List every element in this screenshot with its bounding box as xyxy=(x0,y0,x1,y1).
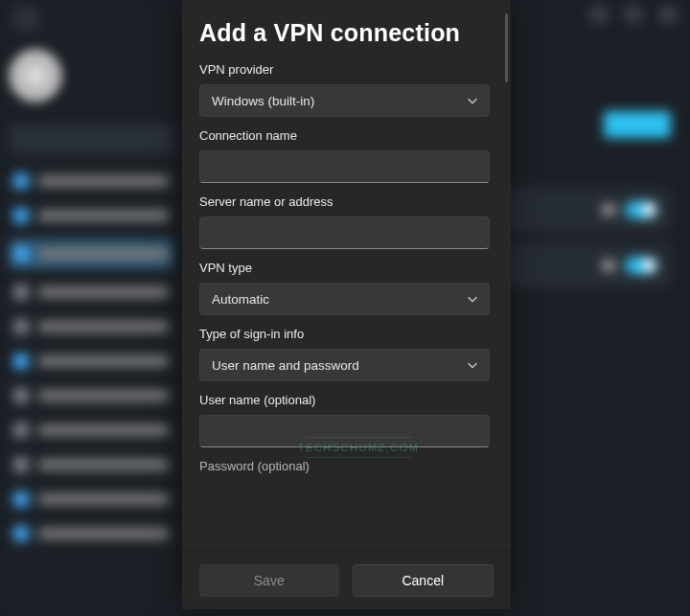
scrollbar-thumb[interactable] xyxy=(505,13,508,82)
label-vpn-provider: VPN provider xyxy=(199,62,490,77)
vpn-type-select[interactable]: Automatic xyxy=(199,283,490,315)
chevron-down-icon xyxy=(466,292,479,306)
server-input[interactable] xyxy=(199,217,490,249)
add-vpn-dialog: Add a VPN connection VPN provider Window… xyxy=(182,0,511,609)
dialog-body: Add a VPN connection VPN provider Window… xyxy=(182,0,511,550)
label-username: User name (optional) xyxy=(199,393,490,407)
connection-name-input[interactable] xyxy=(199,150,490,183)
signin-type-value: User name and password xyxy=(212,358,359,373)
signin-type-select[interactable]: User name and password xyxy=(199,349,490,381)
label-signin-type: Type of sign-in info xyxy=(199,327,490,341)
label-server: Server name or address xyxy=(199,194,490,209)
save-button[interactable]: Save xyxy=(199,564,339,597)
label-password: Password (optional) xyxy=(199,459,490,473)
dialog-footer: Save Cancel xyxy=(182,550,511,609)
vpn-provider-select[interactable]: Windows (built-in) xyxy=(199,84,490,117)
chevron-down-icon xyxy=(466,94,479,107)
cancel-button[interactable]: Cancel xyxy=(353,564,494,597)
vpn-provider-value: Windows (built-in) xyxy=(212,94,314,108)
dialog-title: Add a VPN connection xyxy=(199,19,490,47)
vpn-type-value: Automatic xyxy=(212,292,269,307)
label-connection-name: Connection name xyxy=(199,128,490,143)
username-input[interactable] xyxy=(199,415,490,447)
label-vpn-type: VPN type xyxy=(199,261,490,275)
chevron-down-icon xyxy=(466,358,479,372)
